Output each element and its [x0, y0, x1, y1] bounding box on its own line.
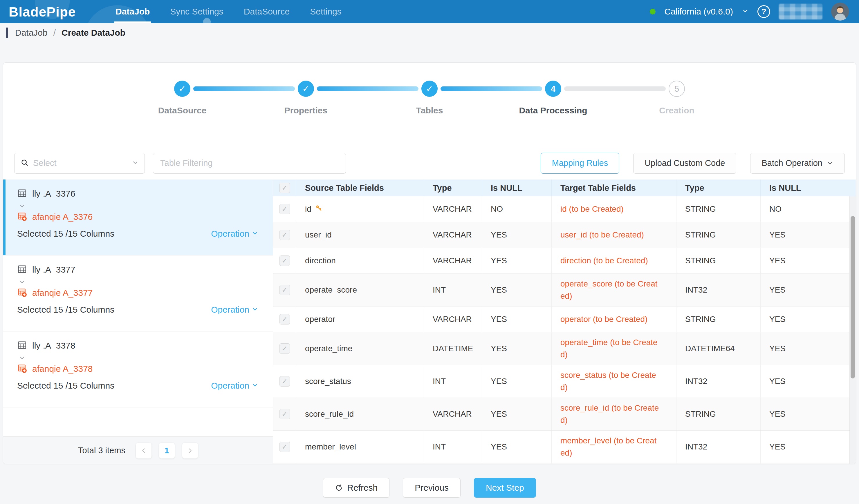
target-field-cell[interactable]: id (to be Created) — [552, 196, 676, 222]
table-select-dropdown[interactable]: Select — [14, 153, 145, 174]
table-scrollbar-thumb[interactable] — [850, 216, 855, 378]
source-field-cell: score_status — [296, 365, 424, 397]
step-properties[interactable]: ✓Properties — [298, 81, 314, 97]
step-creation[interactable]: 5Creation — [669, 81, 685, 97]
mapping-area: lly .A_3376afanqie A_3376Selected 15 /15… — [3, 179, 856, 464]
target-field-cell[interactable]: score_status (to be Created) — [552, 365, 676, 397]
list-item[interactable]: lly .A_3377afanqie A_3377Selected 15 /15… — [3, 255, 273, 331]
page-number-button[interactable]: 1 — [159, 443, 175, 458]
target-type-cell: INT32 — [676, 463, 760, 464]
target-field-cell[interactable]: score_rule_id (to be Created) — [552, 398, 676, 430]
target-type-cell: INT32 — [676, 365, 760, 397]
nav-item-settings[interactable]: Settings — [302, 0, 349, 23]
step-tables[interactable]: ✓Tables — [421, 81, 438, 97]
row-checkbox[interactable]: ✓ — [280, 314, 290, 325]
next-page-button[interactable] — [182, 443, 198, 458]
source-nullable-cell: YES — [482, 431, 552, 463]
row-checkbox[interactable]: ✓ — [280, 204, 290, 214]
target-type-cell: STRING — [676, 196, 760, 222]
target-field-cell[interactable]: operator (to be Created) — [552, 306, 676, 332]
wizard-card: ✓DataSource✓Properties✓Tables4Data Proce… — [3, 62, 856, 464]
row-checkbox[interactable]: ✓ — [280, 343, 290, 354]
source-nullable-cell: YES — [482, 274, 552, 306]
row-checkbox[interactable]: ✓ — [280, 409, 290, 419]
checkbox-cell: ✓ — [273, 274, 296, 306]
source-table-name: lly .A_3377 — [32, 265, 75, 274]
step-number: 5 — [669, 81, 685, 97]
checkbox-cell: ✓ — [273, 431, 296, 463]
row-checkbox[interactable]: ✓ — [280, 376, 290, 387]
step-connector — [193, 86, 295, 91]
table-icon — [17, 340, 27, 351]
source-field-cell: operate_time — [296, 332, 424, 365]
list-item[interactable]: lly .A_3378afanqie A_3378Selected 15 /15… — [3, 331, 273, 407]
list-item[interactable]: lly .A_3376afanqie A_3376Selected 15 /15… — [3, 179, 273, 255]
source-field-name: member_level — [305, 442, 356, 452]
row-checkbox[interactable]: ✓ — [280, 255, 290, 266]
target-field-cell[interactable]: operate_score (to be Created) — [552, 274, 676, 306]
environment-label[interactable]: California (v0.6.0) — [664, 7, 733, 17]
avatar[interactable] — [831, 3, 849, 20]
source-field-cell: direction — [296, 248, 424, 273]
source-field-cell: user_id — [296, 222, 424, 248]
upload-custom-code-button[interactable]: Upload Custom Code — [633, 153, 736, 174]
refresh-button[interactable]: Refresh — [323, 478, 390, 498]
source-type-cell: VARCHAR — [424, 248, 482, 273]
source-field-cell: operate_score — [296, 274, 424, 306]
help-icon[interactable]: ? — [757, 5, 770, 18]
previous-button[interactable]: Previous — [403, 478, 461, 498]
row-checkbox[interactable]: ✓ — [280, 285, 290, 295]
target-field-cell[interactable]: member_level (to be Created) — [552, 431, 676, 463]
status-dot — [650, 9, 655, 15]
table-filter-input[interactable] — [153, 153, 346, 174]
row-checkbox[interactable]: ✓ — [280, 230, 290, 240]
checkbox-cell: ✓ — [273, 398, 296, 430]
source-field-name: score_rule_id — [305, 409, 354, 419]
breadcrumb-accent-bar — [6, 28, 8, 38]
target-field-cell[interactable]: user_id (to be Created) — [552, 222, 676, 248]
source-type-cell: DATETIME — [424, 332, 482, 365]
step-label: Tables — [416, 106, 443, 115]
expand-chevron-icon[interactable] — [18, 278, 258, 286]
main-nav: DataJobSync SettingsDataSourceSettings — [107, 0, 350, 23]
source-table-row: lly .A_3378 — [17, 340, 258, 351]
operation-menu[interactable]: Operation — [211, 305, 258, 315]
nav-item-datajob[interactable]: DataJob — [107, 0, 158, 23]
target-table-name: afanqie A_3378 — [32, 364, 93, 374]
page-title: Create DataJob — [61, 28, 125, 38]
breadcrumb-section[interactable]: DataJob — [15, 28, 48, 38]
row-checkbox[interactable]: ✓ — [280, 183, 290, 193]
source-nullable-cell: YES — [482, 463, 552, 464]
source-type-cell: VARCHAR — [424, 398, 482, 430]
source-field-cell: operator — [296, 306, 424, 332]
nav-item-datasource[interactable]: DataSource — [236, 0, 298, 23]
target-field-cell[interactable]: operate_time (to be Created) — [552, 332, 676, 365]
table-create-icon — [17, 211, 27, 222]
next-step-button[interactable]: Next Step — [474, 478, 536, 498]
operation-label: Operation — [211, 229, 249, 239]
operation-menu[interactable]: Operation — [211, 229, 258, 239]
table-create-icon — [17, 287, 27, 298]
chevron-down-icon — [132, 159, 139, 167]
step-datasource[interactable]: ✓DataSource — [174, 81, 190, 97]
chevron-down-icon[interactable] — [742, 7, 749, 16]
row-checkbox[interactable]: ✓ — [280, 442, 290, 452]
source-nullable-cell: YES — [482, 365, 552, 397]
prev-page-button[interactable] — [136, 443, 151, 458]
expand-chevron-icon[interactable] — [18, 354, 258, 362]
expand-chevron-icon[interactable] — [18, 202, 258, 210]
nav-item-sync-settings[interactable]: Sync Settings — [162, 0, 231, 23]
table-scrollbar-track[interactable] — [849, 196, 856, 464]
target-field-cell[interactable]: score_type (to be Created) — [552, 463, 676, 464]
operation-menu[interactable]: Operation — [211, 381, 258, 391]
target-field-cell[interactable]: direction (to be Created) — [552, 248, 676, 273]
step-data-processing[interactable]: 4Data Processing — [545, 81, 561, 97]
batch-operation-button[interactable]: Batch Operation — [750, 153, 845, 174]
source-table-row: lly .A_3376 — [17, 188, 258, 199]
source-nullable-cell: YES — [482, 306, 552, 332]
nav-right: California (v0.6.0) ? — [650, 0, 859, 23]
source-nullable-cell: YES — [482, 398, 552, 430]
top-nav: BladePipe DataJobSync SettingsDataSource… — [0, 0, 859, 23]
source-type-cell: INT — [424, 365, 482, 397]
mapping-rules-button[interactable]: Mapping Rules — [541, 153, 619, 174]
